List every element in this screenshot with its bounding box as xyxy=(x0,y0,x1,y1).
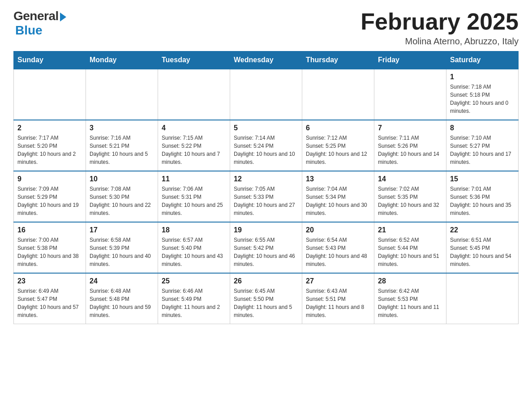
calendar-cell xyxy=(14,69,86,120)
day-info: Sunrise: 7:17 AM Sunset: 5:20 PM Dayligh… xyxy=(17,134,82,166)
calendar-cell: 6Sunrise: 7:12 AM Sunset: 5:25 PM Daylig… xyxy=(302,120,374,171)
title-section: February 2025 Molina Aterno, Abruzzo, It… xyxy=(360,9,519,47)
week-row-4: 16Sunrise: 7:00 AM Sunset: 5:38 PM Dayli… xyxy=(14,222,519,273)
day-info: Sunrise: 6:42 AM Sunset: 5:53 PM Dayligh… xyxy=(378,287,442,319)
logo-arrow-icon xyxy=(60,13,66,21)
day-info: Sunrise: 6:46 AM Sunset: 5:49 PM Dayligh… xyxy=(162,287,226,319)
calendar-cell: 11Sunrise: 7:06 AM Sunset: 5:31 PM Dayli… xyxy=(158,171,230,222)
weekday-header-sunday: Sunday xyxy=(14,51,86,69)
day-info: Sunrise: 7:11 AM Sunset: 5:26 PM Dayligh… xyxy=(378,134,442,166)
day-info: Sunrise: 7:14 AM Sunset: 5:24 PM Dayligh… xyxy=(234,134,298,166)
calendar-cell xyxy=(86,69,158,120)
day-number: 21 xyxy=(378,226,442,234)
logo: General Blue xyxy=(13,9,66,38)
week-row-3: 9Sunrise: 7:09 AM Sunset: 5:29 PM Daylig… xyxy=(14,171,519,222)
calendar-cell: 3Sunrise: 7:16 AM Sunset: 5:21 PM Daylig… xyxy=(86,120,158,171)
calendar-cell: 22Sunrise: 6:51 AM Sunset: 5:45 PM Dayli… xyxy=(446,222,519,273)
weekday-header-saturday: Saturday xyxy=(446,51,519,69)
day-number: 11 xyxy=(162,175,226,183)
day-number: 12 xyxy=(234,175,298,183)
day-number: 1 xyxy=(450,73,515,81)
calendar-cell: 17Sunrise: 6:58 AM Sunset: 5:39 PM Dayli… xyxy=(86,222,158,273)
day-info: Sunrise: 7:04 AM Sunset: 5:34 PM Dayligh… xyxy=(306,185,370,217)
day-info: Sunrise: 7:18 AM Sunset: 5:18 PM Dayligh… xyxy=(450,83,515,115)
calendar-cell xyxy=(302,69,374,120)
calendar-cell: 12Sunrise: 7:05 AM Sunset: 5:33 PM Dayli… xyxy=(230,171,302,222)
calendar-cell: 28Sunrise: 6:42 AM Sunset: 5:53 PM Dayli… xyxy=(374,273,446,324)
calendar-cell: 24Sunrise: 6:48 AM Sunset: 5:48 PM Dayli… xyxy=(86,273,158,324)
day-info: Sunrise: 6:48 AM Sunset: 5:48 PM Dayligh… xyxy=(90,287,154,319)
day-info: Sunrise: 6:54 AM Sunset: 5:43 PM Dayligh… xyxy=(306,236,370,268)
location-text: Molina Aterno, Abruzzo, Italy xyxy=(360,36,519,47)
day-info: Sunrise: 6:58 AM Sunset: 5:39 PM Dayligh… xyxy=(90,236,154,268)
day-number: 9 xyxy=(17,175,82,183)
day-number: 15 xyxy=(450,175,515,183)
calendar-cell: 1Sunrise: 7:18 AM Sunset: 5:18 PM Daylig… xyxy=(446,69,519,120)
week-row-2: 2Sunrise: 7:17 AM Sunset: 5:20 PM Daylig… xyxy=(14,120,519,171)
day-info: Sunrise: 6:45 AM Sunset: 5:50 PM Dayligh… xyxy=(234,287,298,319)
calendar-cell: 13Sunrise: 7:04 AM Sunset: 5:34 PM Dayli… xyxy=(302,171,374,222)
calendar-header-row: SundayMondayTuesdayWednesdayThursdayFrid… xyxy=(14,51,519,69)
weekday-header-wednesday: Wednesday xyxy=(230,51,302,69)
day-info: Sunrise: 6:55 AM Sunset: 5:42 PM Dayligh… xyxy=(234,236,298,268)
calendar-cell: 9Sunrise: 7:09 AM Sunset: 5:29 PM Daylig… xyxy=(14,171,86,222)
calendar-cell: 16Sunrise: 7:00 AM Sunset: 5:38 PM Dayli… xyxy=(14,222,86,273)
month-title: February 2025 xyxy=(360,9,519,34)
day-info: Sunrise: 7:05 AM Sunset: 5:33 PM Dayligh… xyxy=(234,185,298,217)
calendar-cell: 27Sunrise: 6:43 AM Sunset: 5:51 PM Dayli… xyxy=(302,273,374,324)
day-info: Sunrise: 7:16 AM Sunset: 5:21 PM Dayligh… xyxy=(90,134,154,166)
day-number: 23 xyxy=(17,277,82,285)
calendar-cell: 15Sunrise: 7:01 AM Sunset: 5:36 PM Dayli… xyxy=(446,171,519,222)
day-number: 14 xyxy=(378,175,442,183)
calendar-cell: 2Sunrise: 7:17 AM Sunset: 5:20 PM Daylig… xyxy=(14,120,86,171)
calendar-cell: 21Sunrise: 6:52 AM Sunset: 5:44 PM Dayli… xyxy=(374,222,446,273)
day-number: 4 xyxy=(162,124,226,132)
day-info: Sunrise: 7:08 AM Sunset: 5:30 PM Dayligh… xyxy=(90,185,154,217)
day-info: Sunrise: 6:57 AM Sunset: 5:40 PM Dayligh… xyxy=(162,236,226,268)
day-info: Sunrise: 7:01 AM Sunset: 5:36 PM Dayligh… xyxy=(450,185,515,217)
day-number: 18 xyxy=(162,226,226,234)
logo-blue-text: Blue xyxy=(15,23,43,38)
calendar-cell: 19Sunrise: 6:55 AM Sunset: 5:42 PM Dayli… xyxy=(230,222,302,273)
calendar-table: SundayMondayTuesdayWednesdayThursdayFrid… xyxy=(13,51,519,324)
day-number: 13 xyxy=(306,175,370,183)
weekday-header-thursday: Thursday xyxy=(302,51,374,69)
calendar-cell: 7Sunrise: 7:11 AM Sunset: 5:26 PM Daylig… xyxy=(374,120,446,171)
day-number: 10 xyxy=(90,175,154,183)
day-number: 27 xyxy=(306,277,370,285)
day-info: Sunrise: 7:10 AM Sunset: 5:27 PM Dayligh… xyxy=(450,134,515,166)
page-header: General Blue February 2025 Molina Aterno… xyxy=(13,9,519,47)
calendar-cell: 10Sunrise: 7:08 AM Sunset: 5:30 PM Dayli… xyxy=(86,171,158,222)
day-number: 19 xyxy=(234,226,298,234)
day-number: 16 xyxy=(17,226,82,234)
day-info: Sunrise: 6:51 AM Sunset: 5:45 PM Dayligh… xyxy=(450,236,515,268)
calendar-cell: 20Sunrise: 6:54 AM Sunset: 5:43 PM Dayli… xyxy=(302,222,374,273)
day-info: Sunrise: 7:00 AM Sunset: 5:38 PM Dayligh… xyxy=(17,236,82,268)
day-info: Sunrise: 7:15 AM Sunset: 5:22 PM Dayligh… xyxy=(162,134,226,166)
day-number: 26 xyxy=(234,277,298,285)
day-info: Sunrise: 6:49 AM Sunset: 5:47 PM Dayligh… xyxy=(17,287,82,319)
calendar-cell xyxy=(374,69,446,120)
day-number: 7 xyxy=(378,124,442,132)
day-number: 24 xyxy=(90,277,154,285)
week-row-1: 1Sunrise: 7:18 AM Sunset: 5:18 PM Daylig… xyxy=(14,69,519,120)
weekday-header-friday: Friday xyxy=(374,51,446,69)
calendar-cell: 25Sunrise: 6:46 AM Sunset: 5:49 PM Dayli… xyxy=(158,273,230,324)
week-row-5: 23Sunrise: 6:49 AM Sunset: 5:47 PM Dayli… xyxy=(14,273,519,324)
calendar-cell xyxy=(446,273,519,324)
day-number: 22 xyxy=(450,226,515,234)
day-number: 8 xyxy=(450,124,515,132)
day-number: 25 xyxy=(162,277,226,285)
calendar-cell: 5Sunrise: 7:14 AM Sunset: 5:24 PM Daylig… xyxy=(230,120,302,171)
day-info: Sunrise: 7:12 AM Sunset: 5:25 PM Dayligh… xyxy=(306,134,370,166)
calendar-cell: 26Sunrise: 6:45 AM Sunset: 5:50 PM Dayli… xyxy=(230,273,302,324)
calendar-cell: 8Sunrise: 7:10 AM Sunset: 5:27 PM Daylig… xyxy=(446,120,519,171)
day-number: 28 xyxy=(378,277,442,285)
calendar-cell: 23Sunrise: 6:49 AM Sunset: 5:47 PM Dayli… xyxy=(14,273,86,324)
calendar-cell xyxy=(230,69,302,120)
day-info: Sunrise: 7:02 AM Sunset: 5:35 PM Dayligh… xyxy=(378,185,442,217)
day-info: Sunrise: 7:09 AM Sunset: 5:29 PM Dayligh… xyxy=(17,185,82,217)
calendar-cell: 4Sunrise: 7:15 AM Sunset: 5:22 PM Daylig… xyxy=(158,120,230,171)
day-info: Sunrise: 7:06 AM Sunset: 5:31 PM Dayligh… xyxy=(162,185,226,217)
day-number: 17 xyxy=(90,226,154,234)
